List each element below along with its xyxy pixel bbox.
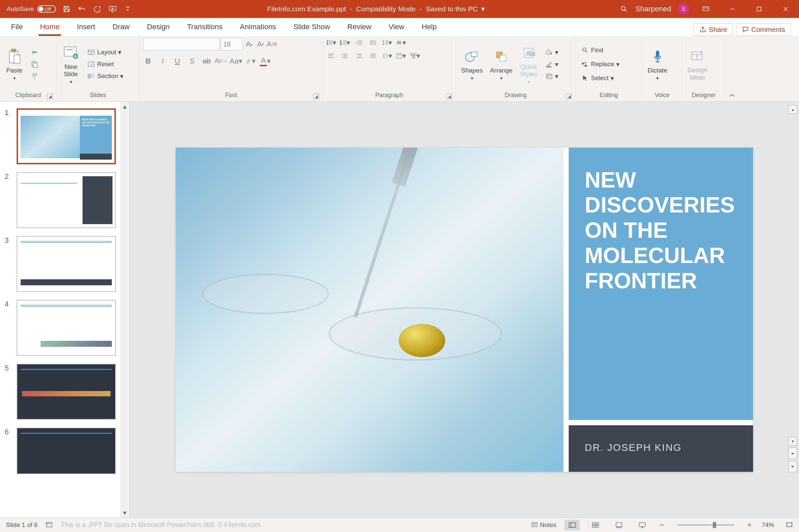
share-button[interactable]: Share: [693, 23, 733, 36]
drawing-launcher[interactable]: ◢: [566, 93, 572, 99]
align-left-button[interactable]: [326, 51, 336, 60]
select-button[interactable]: Select ▾: [579, 73, 622, 83]
font-color-button[interactable]: A▾: [260, 57, 270, 66]
smartart-button[interactable]: ▾: [410, 51, 420, 60]
redo-icon[interactable]: [92, 4, 102, 14]
tab-slideshow[interactable]: Slide Show: [291, 19, 333, 36]
align-text-button[interactable]: ▾: [396, 51, 406, 60]
reading-view-icon[interactable]: [611, 520, 626, 530]
text-direction-button[interactable]: A▾: [396, 38, 406, 47]
slide-thumbnail-5[interactable]: [17, 364, 116, 420]
scroll-down-icon[interactable]: ▾: [788, 437, 797, 445]
zoom-level[interactable]: 74%: [762, 521, 774, 529]
autosave-toggle[interactable]: AutoSave Off: [7, 5, 56, 13]
qat-customize-icon[interactable]: [123, 4, 132, 14]
minimize-button[interactable]: [723, 0, 742, 18]
scroll-up-icon[interactable]: ▴: [788, 105, 797, 114]
user-avatar[interactable]: S: [678, 3, 689, 15]
shape-fill-button[interactable]: ▾: [543, 47, 560, 58]
decrease-font-icon[interactable]: A▾: [256, 40, 266, 49]
quick-styles-button[interactable]: AbcQuick Styles▾: [518, 42, 540, 86]
arrange-button[interactable]: Arrange▾: [488, 46, 514, 82]
bold-button[interactable]: B: [143, 57, 153, 66]
title-dropdown-icon[interactable]: ▾: [481, 5, 485, 13]
strikethrough-button[interactable]: ab: [202, 57, 212, 66]
format-painter-button[interactable]: [29, 71, 41, 81]
find-button[interactable]: Find: [579, 45, 622, 56]
new-slide-button[interactable]: New Slide▾: [60, 42, 82, 86]
justify-button[interactable]: [368, 51, 378, 60]
increase-indent-button[interactable]: [368, 38, 378, 47]
tab-design[interactable]: Design: [144, 19, 172, 36]
slide-thumbnail-3[interactable]: [17, 236, 116, 292]
columns-button[interactable]: ▾: [382, 51, 392, 60]
slideshow-view-icon[interactable]: [634, 520, 650, 530]
bullets-button[interactable]: ▾: [326, 38, 336, 47]
notes-button[interactable]: Notes: [531, 521, 557, 529]
underline-button[interactable]: U: [172, 57, 182, 66]
font-size-combo[interactable]: [221, 38, 243, 51]
clear-formatting-icon[interactable]: A⌫: [267, 40, 277, 49]
font-launcher[interactable]: ◢: [313, 93, 319, 99]
slide-thumbnail-1[interactable]: NEW DISCOVERIES ON THE MOLECULAR FRONTIE…: [17, 108, 116, 164]
save-icon[interactable]: [62, 4, 71, 14]
normal-view-icon[interactable]: [564, 520, 580, 530]
character-spacing-button[interactable]: AV↔: [216, 57, 226, 66]
slide-canvas[interactable]: NEW DISCOVERIES ON THE MOLECULAR FRONTIE…: [176, 148, 753, 472]
present-from-beginning-icon[interactable]: [108, 4, 117, 14]
change-case-button[interactable]: Aa▾: [231, 57, 241, 66]
editor-scrollbar[interactable]: ▴ ▾ ⏶ ⏷: [788, 105, 797, 472]
replace-button[interactable]: abReplace ▾: [579, 59, 622, 70]
italic-button[interactable]: I: [158, 57, 168, 66]
slide-title[interactable]: NEW DISCOVERIES ON THE MOLECULAR FRONTIE…: [569, 148, 753, 420]
shadow-button[interactable]: S: [187, 57, 197, 66]
font-family-combo[interactable]: [143, 38, 220, 51]
layout-button[interactable]: Layout ▾: [85, 47, 125, 58]
slide-thumbnail-6[interactable]: [17, 428, 116, 474]
slide-editor[interactable]: NEW DISCOVERIES ON THE MOLECULAR FRONTIE…: [130, 102, 799, 517]
dictate-button[interactable]: Dictate▾: [646, 46, 669, 82]
clipboard-launcher[interactable]: ◢: [47, 93, 53, 99]
tab-file[interactable]: File: [8, 19, 25, 36]
align-center-button[interactable]: [340, 51, 350, 60]
shape-effects-button[interactable]: ▾: [543, 71, 560, 81]
shapes-button[interactable]: Shapes▾: [459, 46, 485, 82]
cut-button[interactable]: ✂: [29, 47, 41, 58]
copy-button[interactable]: [29, 59, 41, 70]
zoom-slider[interactable]: [677, 524, 734, 526]
ribbon-display-icon[interactable]: [696, 0, 716, 18]
ribbon-collapse-icon[interactable]: [725, 36, 739, 101]
slide-counter[interactable]: Slide 1 of 6: [6, 521, 38, 529]
zoom-out-button[interactable]: −: [657, 520, 666, 530]
highlight-button[interactable]: ▾: [246, 57, 256, 66]
thumbnails-scrollbar[interactable]: ▴▾: [120, 102, 129, 517]
slide-author[interactable]: DR. JOSEPH KING: [569, 425, 753, 472]
maximize-button[interactable]: [749, 0, 769, 18]
increase-font-icon[interactable]: A▴: [244, 40, 254, 49]
tab-review[interactable]: Review: [345, 19, 374, 36]
section-button[interactable]: Section ▾: [85, 71, 125, 81]
tab-animations[interactable]: Animations: [237, 19, 279, 36]
fit-to-window-icon[interactable]: [782, 522, 793, 528]
align-right-button[interactable]: [354, 51, 364, 60]
accessibility-icon[interactable]: [46, 521, 53, 529]
tab-draw[interactable]: Draw: [110, 19, 132, 36]
line-spacing-button[interactable]: ▾: [382, 38, 392, 47]
slide-thumbnail-2[interactable]: [17, 172, 116, 228]
undo-icon[interactable]: [77, 4, 87, 14]
toggle-switch[interactable]: Off: [37, 5, 56, 13]
prev-slide-icon[interactable]: ⏶: [788, 448, 797, 459]
next-slide-icon[interactable]: ⏷: [788, 461, 797, 472]
paste-button[interactable]: Paste▾: [3, 46, 25, 82]
slide-sorter-view-icon[interactable]: [588, 520, 603, 530]
slide-thumbnail-4[interactable]: [17, 300, 116, 356]
tab-home[interactable]: Home: [37, 19, 62, 36]
close-button[interactable]: [776, 0, 796, 18]
numbering-button[interactable]: 123▾: [340, 38, 350, 47]
paragraph-launcher[interactable]: ◢: [446, 93, 452, 99]
tab-transitions[interactable]: Transitions: [184, 19, 225, 36]
tab-view[interactable]: View: [386, 19, 407, 36]
decrease-indent-button[interactable]: [354, 38, 364, 47]
tab-insert[interactable]: Insert: [74, 19, 98, 36]
design-ideas-button[interactable]: Design Ideas: [686, 46, 709, 82]
